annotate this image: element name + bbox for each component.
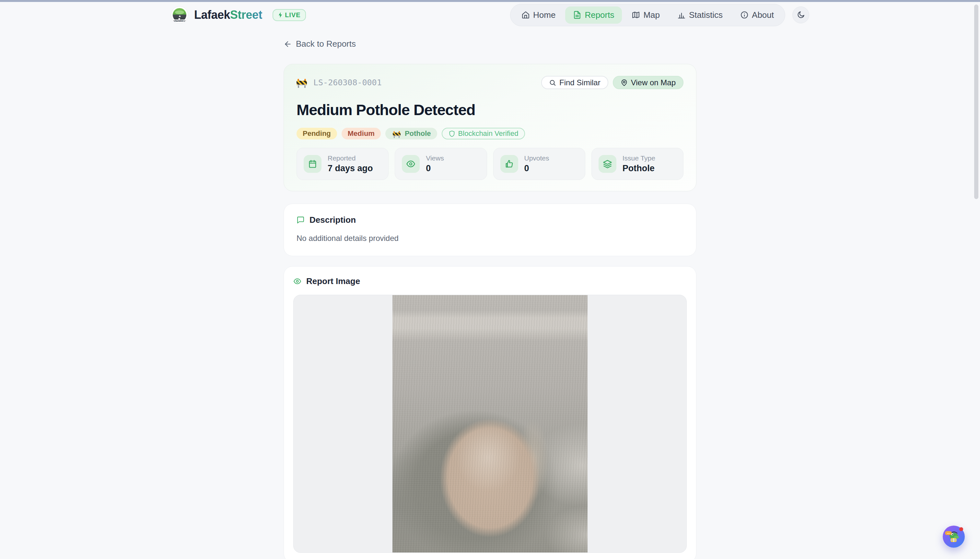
bar-chart-icon: [677, 11, 686, 19]
badge-row: Pending Medium Pothole Blockchain Verifi…: [297, 128, 683, 139]
description-body: No additional details provided: [297, 234, 683, 243]
stat-value: 0: [426, 164, 444, 174]
back-link-label: Back to Reports: [296, 39, 356, 49]
stat-reported: Reported 7 days ago: [297, 148, 389, 180]
arrow-left-icon: [284, 40, 292, 48]
moon-icon: [797, 11, 805, 19]
stat-value: 7 days ago: [328, 164, 373, 174]
report-image-frame: [293, 295, 687, 553]
nav-item-about[interactable]: About: [733, 7, 782, 24]
map-pin-icon: [620, 79, 628, 86]
brand-wordmark: LafaekStreet: [194, 8, 262, 22]
nav-label: Reports: [585, 10, 614, 20]
nav-label: Statistics: [689, 10, 723, 20]
report-image-heading: Report Image: [306, 276, 360, 286]
report-image-card: Report Image: [284, 266, 696, 559]
nav-item-map[interactable]: Map: [624, 7, 668, 24]
type-badge-pothole: Pothole: [385, 128, 437, 139]
eye-icon: [293, 277, 301, 285]
chat-assistant-button[interactable]: ...: [943, 526, 965, 547]
logo-icon: LafaekStreet: [171, 6, 188, 24]
nav-label: About: [752, 10, 774, 20]
stat-label: Views: [426, 154, 444, 162]
calendar-icon: [304, 155, 322, 173]
nav-item-home[interactable]: Home: [514, 7, 563, 24]
nav-item-reports[interactable]: Reports: [565, 7, 622, 24]
typing-dots: ...: [945, 531, 952, 535]
nav-label: Home: [533, 10, 556, 20]
live-badge: LIVE: [272, 9, 305, 21]
stat-views: Views 0: [395, 148, 487, 180]
app-header: LafaekStreet LafaekStreet LIVE Home Repo…: [0, 0, 980, 30]
browser-top-strip: [0, 0, 980, 2]
description-card: Description No additional details provid…: [284, 203, 696, 256]
view-on-map-button[interactable]: View on Map: [613, 76, 683, 89]
construction-barrier-icon: [297, 81, 307, 86]
nav-label: Map: [643, 10, 660, 20]
logo-caption: LafaekStreet: [171, 20, 188, 23]
info-icon: [740, 11, 749, 19]
severity-badge-medium: Medium: [342, 128, 381, 139]
zap-icon: [278, 12, 283, 18]
home-icon: [521, 11, 530, 19]
construction-barrier-icon: [393, 132, 401, 136]
stat-issue-type: Issue Type Pothole: [591, 148, 683, 180]
report-summary-card: LS-260308-0001 Find Similar View on Map …: [284, 64, 696, 191]
nav-item-statistics[interactable]: Statistics: [670, 7, 731, 24]
stat-label: Reported: [328, 154, 373, 162]
stat-value: Pothole: [622, 164, 655, 174]
blockchain-verified-badge: Blockchain Verified: [442, 128, 525, 139]
stat-value: 0: [525, 164, 549, 174]
stat-label: Issue Type: [622, 154, 655, 162]
stat-label: Upvotes: [525, 154, 549, 162]
shield-icon: [449, 131, 455, 137]
notification-dot: [959, 527, 963, 531]
map-icon: [632, 11, 640, 19]
pothole-photo: [393, 295, 587, 553]
file-text-icon: [573, 11, 581, 19]
eye-icon: [402, 155, 420, 173]
message-square-icon: [297, 216, 305, 224]
status-badge-pending: Pending: [297, 128, 337, 139]
stats-row: Reported 7 days ago Views 0 Upvotes: [297, 148, 683, 180]
stat-upvotes: Upvotes 0: [493, 148, 585, 180]
back-to-reports-link[interactable]: Back to Reports: [282, 37, 358, 51]
description-heading: Description: [310, 215, 356, 225]
report-title: Medium Pothole Detected: [297, 101, 683, 119]
brand-logo[interactable]: LafaekStreet LafaekStreet LIVE: [171, 6, 306, 24]
search-icon: [549, 79, 556, 86]
find-similar-button[interactable]: Find Similar: [541, 76, 608, 89]
main-nav: Home Reports Map Statistics About: [510, 4, 785, 26]
thumbs-up-icon: [500, 155, 518, 173]
layers-icon: [599, 155, 616, 173]
dark-mode-toggle[interactable]: [792, 7, 809, 23]
report-id: LS-260308-0001: [313, 78, 382, 87]
scrollbar-thumb[interactable]: [974, 5, 978, 199]
